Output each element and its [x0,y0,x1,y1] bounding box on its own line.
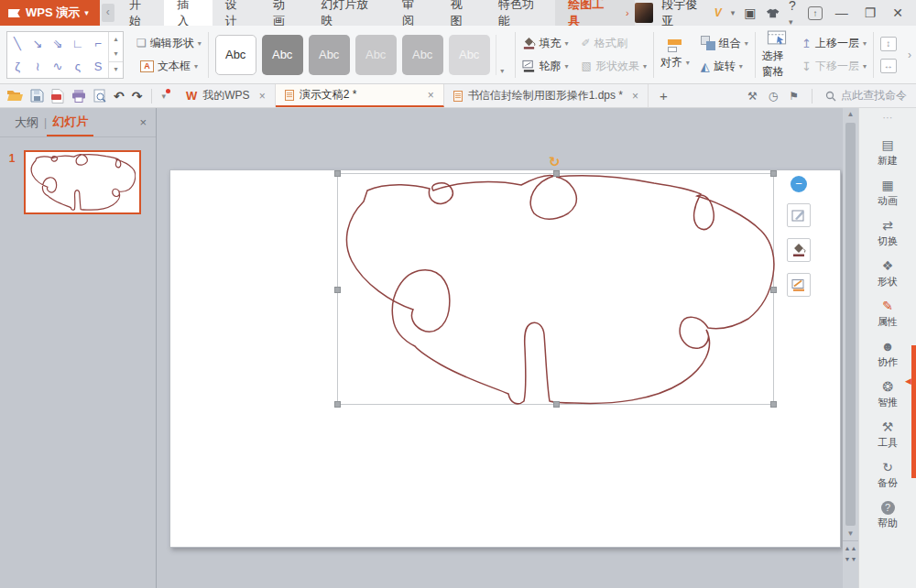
vertical-scrollbar[interactable]: ▲ ▼ ▲▲ ▼▼ [843,108,858,588]
scroll-down-icon[interactable]: ▼ [847,528,855,540]
skin-center-icon[interactable] [766,7,780,19]
sidebar-item-properties[interactable]: ✎ 属性 [859,294,916,334]
sidebar-item-new[interactable]: ▤ 新建 [859,133,916,173]
tab-close-icon[interactable]: × [256,90,266,103]
collapse-float-toolbar-button[interactable]: − [791,176,807,192]
tab-feedback-icon[interactable]: ⚑ [789,90,799,103]
fill-button[interactable]: 填充 ▾ [522,36,569,51]
new-tab-button[interactable]: + [649,84,679,107]
menu-tab-design[interactable]: 设计 [213,0,260,26]
panel-close-icon[interactable]: × [139,115,147,129]
resize-handle-middle-right[interactable] [770,287,777,293]
slides-tab[interactable]: 幻灯片 [47,108,93,136]
align-button[interactable]: 对齐▾ [660,39,690,71]
resize-handle-bottom-right[interactable] [770,401,777,408]
curved-connector-icon[interactable]: ζ [15,60,20,73]
style-preset-6[interactable]: Abc [449,35,490,75]
open-folder-icon[interactable] [7,90,23,102]
freeform-shape-icon[interactable]: ∿ [53,60,63,73]
restore-button[interactable]: ❐ [861,5,880,20]
gallery-down-icon[interactable]: ▾ [109,47,123,61]
curve-shape-icon[interactable]: ≀ [36,60,40,73]
elbow-connector-icon[interactable]: ∟ [72,37,84,50]
sidebar-handle-icon[interactable]: ⋯ [883,108,893,133]
close-button[interactable]: ✕ [889,5,907,20]
style-preset-5[interactable]: Abc [402,35,443,75]
format-painter-button[interactable]: ✐ 格式刷 [582,36,647,51]
gallery-more-icon[interactable]: ▾ [109,61,123,77]
tab-letter-envelope-doc[interactable]: 书信信封绘制用图形操作1.dps * × [444,84,649,107]
undo-icon[interactable]: ↶ [114,89,125,103]
group-button[interactable]: 组合 ▾ [701,36,748,51]
resize-handle-top-left[interactable] [334,170,341,177]
editing-canvas[interactable]: ↻ − [157,108,843,588]
minimize-button[interactable]: — [832,5,852,20]
style-preset-3[interactable]: Abc [309,35,350,75]
shape-selection-box[interactable]: ↻ [337,173,774,405]
message-center-icon[interactable]: ▣ [744,5,756,20]
sidebar-item-transition[interactable]: ⇄ 切换 [859,213,916,254]
save-icon[interactable] [30,89,44,103]
menu-tab-review[interactable]: 审阅 [389,0,437,26]
export-pdf-icon[interactable] [51,89,64,103]
user-avatar[interactable] [635,3,653,23]
command-search[interactable]: 点此查找命令 [825,88,907,103]
resize-handle-bottom-middle[interactable] [553,401,560,408]
logo-caret-icon[interactable]: ▾ [84,8,89,17]
customize-toolbar-icon[interactable]: ▾ [161,92,169,101]
menu-tab-home[interactable]: 开始 [116,0,164,26]
elbow-arrow-connector-icon[interactable]: ⌐ [94,37,102,50]
sidebar-item-backup[interactable]: ↻ 备份 [859,455,916,495]
style-gallery-more-icon[interactable]: ▾ [496,35,508,75]
outline-button[interactable]: 轮廓 ▾ [522,59,569,74]
line-shape-icon[interactable]: ╲ [14,37,21,50]
distribute-vertical-icon[interactable]: ↕ [880,37,897,51]
quick-fill-button[interactable] [787,238,811,262]
outline-tab[interactable]: 大纲 [9,108,44,136]
tab-close-icon[interactable]: × [424,89,434,102]
next-slide-button[interactable]: ▼▼ [843,554,858,565]
arrow-shape-icon[interactable]: ↘ [33,37,43,50]
tab-tools-icon[interactable]: ⚒ [747,90,758,103]
resize-handle-middle-left[interactable] [334,287,341,293]
bring-forward-button[interactable]: ↥ 上移一层 ▾ [802,36,867,51]
menu-tab-insert[interactable]: 插入 [164,0,212,26]
tab-my-wps[interactable]: W 我的WPS × [177,84,276,107]
edit-shape-button[interactable]: ❏ 编辑形状 ▾ [136,36,202,51]
sidebar-item-collaborate[interactable]: ☻ 协作 [859,334,916,375]
print-icon[interactable] [71,90,86,103]
text-box-button[interactable]: A 文本框 ▾ [140,59,198,74]
rotate-handle[interactable]: ↻ [549,154,561,170]
s-curve-shape-icon[interactable]: S [94,60,103,73]
user-caret-icon[interactable]: ▾ [731,8,736,17]
collapse-back-icon[interactable]: ‹ [102,4,114,22]
send-backward-button[interactable]: ↧ 下移一层 ▾ [802,59,867,74]
drawing-tools-expand-icon[interactable]: › [626,0,635,26]
print-preview-icon[interactable] [93,89,106,103]
shape-effects-button[interactable]: ▧ 形状效果 ▾ [582,59,647,74]
gallery-up-icon[interactable]: ▴ [109,32,123,47]
sidebar-item-help[interactable]: ? 帮助 [859,495,916,536]
style-preset-2[interactable]: Abc [262,35,303,75]
menu-tab-animation[interactable]: 动画 [260,0,308,26]
menu-tab-drawing-tools[interactable]: 绘图工具 [555,0,626,26]
tab-close-icon[interactable]: × [628,90,638,103]
resize-handle-bottom-left[interactable] [334,401,341,408]
selection-pane-button[interactable]: 选择窗格 [762,30,792,80]
menu-tab-view[interactable]: 视图 [437,0,485,26]
scribble-drawing[interactable] [338,174,775,406]
resize-handle-top-middle[interactable] [553,170,560,177]
quick-outline-button[interactable] [787,273,811,297]
sidebar-item-shapes[interactable]: ❖ 形状 [859,254,916,294]
rotate-button[interactable]: ◭ 旋转 ▾ [701,59,748,74]
tab-history-icon[interactable]: ◷ [769,90,778,103]
vip-badge[interactable]: V [714,6,722,19]
double-arrow-shape-icon[interactable]: ⇘ [53,37,63,50]
sidebar-expand-arrow-icon[interactable]: ◀ [905,376,911,386]
sidebar-item-tools[interactable]: ⚒ 工具 [859,415,916,455]
scroll-up-icon[interactable]: ▲ [847,108,855,121]
menu-tab-slideshow[interactable]: 幻灯片放映 [308,0,389,26]
slide-thumbnail[interactable] [24,150,141,214]
sidebar-item-animation[interactable]: ▦ 动画 [859,173,916,213]
distribute-horizontal-icon[interactable]: ↔ [880,59,897,73]
